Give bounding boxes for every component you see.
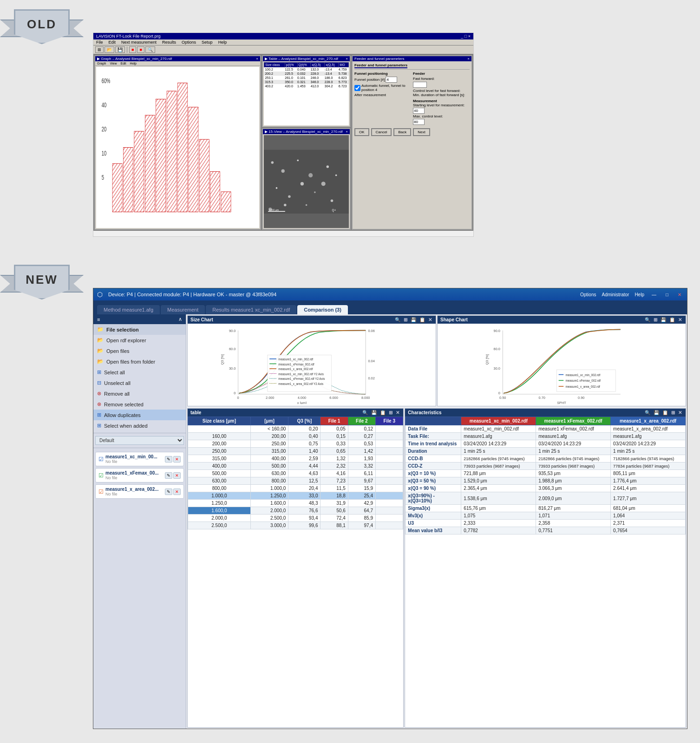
maximize-btn[interactable]: □ [664,292,670,297]
hist-menu-edit[interactable]: Edit [121,62,126,65]
shape-zoom-icon[interactable]: 🔍 [644,317,651,323]
old-toolbar-btn-5[interactable]: ■ [137,46,144,53]
sidebar-collapse-icon[interactable]: ∧ [178,316,182,322]
char-close-icon[interactable]: ✕ [677,410,683,416]
shape-fit-icon[interactable]: ⊞ [653,317,658,323]
old-ok-btn[interactable]: OK [354,128,369,136]
old-menu-results[interactable]: Results [162,40,176,45]
svg-text:90.0: 90.0 [494,329,500,333]
file2-edit-btn[interactable]: ✎ [165,472,172,479]
svg-rect-16 [167,91,177,212]
old-menu-file[interactable]: File [96,40,103,45]
table-toolbar: 🔍 💾 📋 ⊞ ✕ [361,410,400,416]
size-close-icon[interactable]: ✕ [427,317,433,323]
file-item-3[interactable]: ☑ measure1_x_area_002... No file ✎ ✕ [95,484,184,499]
help-btn[interactable]: Help [635,292,644,297]
shape-save-icon[interactable]: 💾 [660,317,667,323]
old-toolbar-btn-4[interactable]: ■ [129,46,136,53]
tab-comparison[interactable]: Comparison (3) [297,305,348,314]
minimize-btn[interactable]: — [650,292,658,297]
table-save-icon[interactable]: 💾 [370,410,378,416]
sidebar-item-open-files[interactable]: 📂 Open files [93,345,186,356]
table-row: 500,00630,004,634,166,11 [188,470,403,477]
svg-rect-24 [210,172,220,212]
col-um: [μm] [250,417,288,425]
sidebar-item-remove-selected[interactable]: ⊗ Remove selected [93,399,186,410]
size-zoom-icon[interactable]: 🔍 [394,317,401,323]
file2-check[interactable]: ☑ [98,472,104,479]
tab-method[interactable]: Method measure1.afg [97,305,160,314]
old-toolbar-btn-3[interactable]: 💾 [115,46,125,53]
file3-check[interactable]: ☑ [98,489,104,495]
char-table-content[interactable]: measure1_xc_min_002.rdf measure1 xFemax_… [405,417,686,727]
old-toolbar-btn-2[interactable]: 📂 [105,46,114,53]
user-btn[interactable]: Administrator [602,292,629,297]
size-save-icon[interactable]: 💾 [410,317,417,323]
svg-point-35 [288,195,290,197]
svg-text:measure1_xc_min_002.rdf: measure1_xc_min_002.rdf [278,358,313,361]
old-toolbar-btn-6[interactable]: 🔍 [145,46,155,53]
close-btn[interactable]: ✕ [676,292,683,297]
sidebar-item-open-folder[interactable]: 📂 Open files from folder [93,356,186,367]
svg-text:60.0: 60.0 [229,347,236,351]
svg-point-36 [301,182,304,185]
old-menu-next[interactable]: Next measurement [121,40,157,45]
old-menu-setup[interactable]: Setup [202,40,213,45]
hist-menu-view[interactable]: View [110,62,117,65]
table-zoom-icon[interactable]: 🔍 [361,410,369,416]
old-back-btn[interactable]: Back [393,128,411,136]
table-copy-icon[interactable]: 📋 [379,410,386,416]
file3-edit-btn[interactable]: ✎ [165,489,172,495]
file1-edit-btn[interactable]: ✎ [165,456,172,463]
sidebar-item-select-when-added[interactable]: ⊞ Select when added [93,420,186,431]
file-item-2[interactable]: ☑ measure1_xFemax_00... No file ✎ ✕ [95,468,184,482]
old-properties-title: Feeder and funnel parameters [354,57,405,61]
open-files-icon: 📂 [97,348,104,354]
options-btn[interactable]: Options [580,292,596,297]
size-copy-icon[interactable]: 📋 [419,317,426,323]
open-rdf-label: Open rdf explorer [106,338,146,343]
file3-del-btn[interactable]: ✕ [173,489,181,495]
char-expand-icon[interactable]: ⊞ [670,410,676,416]
file2-actions: ✎ ✕ [165,472,181,479]
char-row: CCD-Z 73933 particles (9687 images) 7393… [406,463,686,470]
svg-text:0.90: 0.90 [578,396,584,400]
new-badge-area: NEW [5,260,79,306]
prop-tab-feeder[interactable]: Feeder and funnel parameters [354,63,407,68]
shape-close-icon[interactable]: ✕ [677,317,683,323]
file2-del-btn[interactable]: ✕ [173,472,181,479]
old-next-btn[interactable]: Next [413,128,430,136]
file1-del-btn[interactable]: ✕ [173,456,181,463]
file1-info: measure1_xc_min_00... No file [105,454,163,464]
shape-copy-icon[interactable]: 📋 [668,317,676,323]
sidebar-item-allow-duplicates[interactable]: ⊞ Allow duplicates [93,410,186,420]
sidebar-item-select-all[interactable]: ⊞ Select all [93,367,186,378]
tab-results[interactable]: Results measure1 xc_min_002.rdf [206,305,296,314]
default-dropdown[interactable]: Default [95,436,184,445]
sidebar-item-remove-all[interactable]: ⊗ Remove all [93,388,186,399]
sidebar-item-file-selection[interactable]: 📁 File selection [93,324,186,335]
tab-measurement[interactable]: Measurement [161,305,205,314]
file-item-1[interactable]: ☑ measure1_xc_min_00... No file ✎ ✕ [95,452,184,466]
old-menu-options[interactable]: Options [182,40,196,45]
old-cancel-btn[interactable]: Cancel [371,128,392,136]
char-col-f1: measure1_xc_min_002.rdf [461,417,536,425]
char-save-icon[interactable]: 💾 [653,410,660,416]
size-data-table: Size class [μm] [μm] Q3 [%] File 1 File … [188,417,403,529]
old-menu-help[interactable]: Help [218,40,227,45]
old-toolbar-btn-1[interactable]: ⊞ [95,46,104,53]
size-table-content[interactable]: Size class [μm] [μm] Q3 [%] File 1 File … [188,417,403,727]
hist-menu-help[interactable]: Help [130,62,137,65]
table-expand-icon[interactable]: ⊞ [388,410,393,416]
char-zoom-icon[interactable]: 🔍 [644,410,651,416]
table-row: 2.500,03.000,099,688,197,4 [188,522,403,529]
sidebar-item-open-rdf[interactable]: 📂 Open rdf explorer [93,335,186,345]
remove-all-label: Remove all [104,391,130,397]
old-menu-edit[interactable]: Edit [109,40,116,45]
char-copy-icon[interactable]: 📋 [661,410,669,416]
hist-menu-graph[interactable]: Graph [97,62,106,65]
file1-check[interactable]: ☑ [98,456,104,463]
size-fit-icon[interactable]: ⊞ [403,317,408,323]
table-close-icon[interactable]: ✕ [395,410,400,416]
sidebar-item-unselect-all[interactable]: ⊟ Unselect all [93,378,186,388]
